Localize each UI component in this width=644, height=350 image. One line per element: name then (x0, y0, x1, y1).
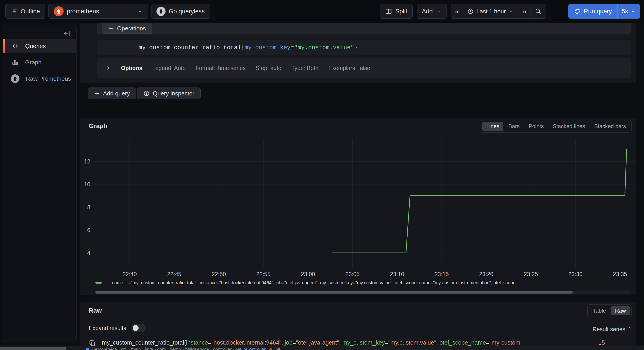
expand-results-toggle[interactable] (132, 324, 146, 332)
svg-text:12: 12 (84, 158, 90, 165)
ide-method-icon (269, 348, 272, 350)
query-inspector-button[interactable]: Query inspector (137, 88, 201, 99)
code-icon (12, 42, 19, 50)
refresh-interval-picker[interactable]: 5s (618, 4, 640, 19)
sidebar-item-label: Queries (25, 43, 46, 50)
expand-results-label: Expand results (89, 325, 126, 331)
run-query-split-button: Run query 5s (568, 4, 640, 19)
svg-text:8: 8 (87, 204, 90, 210)
operations-label: Operations (117, 25, 146, 32)
time-shift-forward-button[interactable]: » (518, 4, 530, 18)
background-gray-block (0, 347, 66, 350)
toggle-knob (133, 325, 138, 331)
ide-breadcrumb-class: HelloController (236, 347, 266, 350)
chevron-down-icon (436, 9, 441, 14)
svg-text:22:50: 22:50 (212, 271, 226, 277)
graph-style-stacked-bars[interactable]: Stacked bars (590, 122, 630, 131)
chevron-down-icon (630, 9, 636, 14)
graph-style-points[interactable]: Points (524, 122, 548, 131)
sidebar-item-label: Graph (25, 59, 42, 66)
bar-chart-icon (12, 59, 19, 66)
legend-horizontal-scrollbar (95, 291, 632, 293)
result-series-count: Result series: 1 (592, 326, 632, 332)
split-icon (385, 8, 392, 15)
options-label: Options (121, 65, 142, 71)
raw-series-row: my_custom_counter_ratio_total{instance="… (86, 338, 632, 346)
graph-style-bars[interactable]: Bars (504, 122, 524, 131)
expr-equals: = (290, 44, 294, 51)
expr-metric: my_custom_counter_ratio_total (138, 44, 241, 51)
go-queryless-button[interactable]: Go queryless (151, 4, 210, 19)
query-expression-input[interactable]: my_custom_counter_ratio_total{my_custom_… (97, 40, 631, 55)
time-range-controls: « Last 1 hour » (450, 4, 546, 19)
svg-text:10: 10 (84, 181, 90, 187)
copy-icon[interactable] (89, 339, 96, 346)
add-button[interactable]: Add (417, 4, 446, 19)
raw-panel: Raw Table Raw Expand results Result seri… (80, 302, 636, 346)
chevron-down-icon (508, 9, 514, 14)
go-queryless-label: Go queryless (169, 8, 205, 15)
svg-text:22:40: 22:40 (122, 271, 137, 277)
double-chevron-left-icon: « (455, 8, 459, 15)
query-editor-panel: Operations my_custom_counter_ratio_total… (80, 23, 636, 83)
outline-button[interactable]: Outline (6, 4, 45, 19)
active-item-accent (4, 39, 5, 53)
graph-style-switcher: Lines Bars Points Stacked lines Stacked … (481, 120, 632, 133)
sidebar-item-graph[interactable]: Graph (4, 55, 76, 70)
option-format: Format: Time series (196, 65, 246, 71)
double-chevron-right-icon: » (522, 8, 526, 15)
svg-text:23:15: 23:15 (434, 271, 449, 277)
run-query-button[interactable]: Run query (568, 4, 618, 19)
graph-style-lines[interactable]: Lines (482, 122, 504, 131)
raw-view-table[interactable]: Table (589, 306, 610, 315)
collapse-sidebar-button[interactable] (62, 29, 72, 39)
graph-style-stacked-lines[interactable]: Stacked lines (549, 122, 589, 131)
add-query-label: Add query (103, 90, 130, 97)
queryless-prometheus-icon (156, 7, 166, 16)
sidebar-item-raw-prometheus[interactable]: Raw Prometheus (4, 71, 76, 86)
svg-text:4: 4 (87, 250, 90, 256)
svg-text:23:35: 23:35 (613, 271, 627, 277)
query-options-row[interactable]: Options Legend: Auto Format: Time series… (97, 58, 631, 78)
operations-button[interactable]: Operations (102, 23, 152, 34)
clock-icon (468, 8, 474, 15)
sidebar-item-queries[interactable]: Queries (4, 39, 76, 53)
time-range-picker[interactable]: Last 1 hour (463, 4, 518, 18)
raw-metric: my_custom_counter_ratio_total (102, 339, 184, 346)
svg-text:22:55: 22:55 (256, 271, 270, 277)
sync-icon (574, 8, 580, 15)
outline-icon (11, 8, 18, 15)
time-range-label: Last 1 hour (476, 8, 506, 15)
query-toolbar-row: Operations (97, 23, 631, 35)
expr-label-value: "my.custom.value" (294, 44, 354, 51)
raw-view-raw[interactable]: Raw (611, 306, 630, 315)
prometheus-icon (54, 6, 64, 16)
graph-panel: Graph Lines Bars Points Stacked lines St… (80, 118, 636, 295)
text-fade-overlay (546, 338, 582, 346)
series-legend-item[interactable]: {__name__="my_custom_counter_ratio_total… (95, 280, 629, 285)
explore-toolbar: Outline prometheus (0, 0, 644, 23)
grafana-explore-window: Outline prometheus (0, 0, 644, 346)
scrollbar-thumb[interactable] (95, 291, 573, 293)
zoom-out-icon (535, 8, 542, 15)
time-shift-back-button[interactable]: « (451, 4, 463, 18)
svg-text:23:25: 23:25 (524, 271, 538, 277)
expr-brace-open: { (241, 44, 245, 51)
raw-view-switcher: Table Raw (588, 304, 632, 317)
svg-text:22:45: 22:45 (167, 271, 182, 277)
query-inspector-label: Query inspector (153, 90, 194, 97)
svg-text:23:10: 23:10 (390, 271, 404, 277)
svg-text:23:00: 23:00 (301, 271, 315, 277)
run-query-label: Run query (584, 8, 612, 15)
legend-series-name: {__name__="my_custom_counter_ratio_total… (105, 280, 518, 285)
svg-text:6: 6 (87, 227, 90, 233)
option-legend: Legend: Auto (152, 65, 186, 71)
ide-class-icon (86, 348, 89, 350)
add-query-button[interactable]: Add query (88, 88, 136, 99)
ide-breadcrumb-member: init (274, 347, 280, 350)
split-button[interactable]: Split (380, 4, 412, 19)
zoom-out-time-button[interactable] (530, 4, 546, 18)
raw-series-value: 15 (598, 339, 605, 346)
datasource-picker[interactable]: prometheus (48, 4, 148, 19)
option-step: Step: auto (256, 65, 282, 71)
